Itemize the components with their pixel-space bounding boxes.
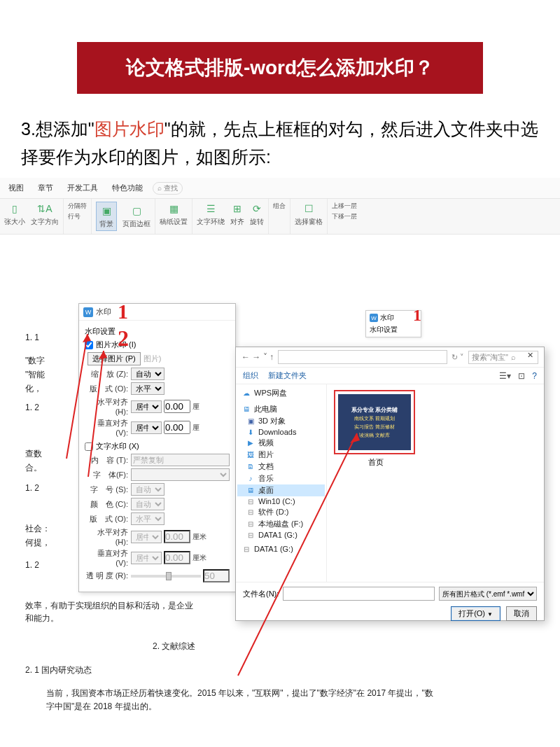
view-mode-icon[interactable]: ☰▾ bbox=[499, 371, 511, 381]
sidebar-item-desktop[interactable]: 🖥桌面 bbox=[237, 484, 325, 496]
preview-pane-icon[interactable]: ⊡ bbox=[518, 371, 525, 381]
background-button[interactable]: ▣背景 bbox=[96, 202, 117, 231]
tab-view[interactable]: 视图 bbox=[4, 181, 28, 195]
ribbon-search[interactable]: ⌕查找 bbox=[153, 182, 183, 195]
text-dir-icon: ⇅A bbox=[38, 202, 52, 216]
valign2-num bbox=[164, 551, 190, 564]
page-border-button[interactable]: ▢页面边框 bbox=[122, 204, 150, 229]
filename-input[interactable] bbox=[283, 587, 435, 601]
sidebar-item[interactable]: ⊟Win10 (C:) bbox=[237, 496, 325, 506]
help-icon[interactable]: ? bbox=[532, 371, 537, 381]
sidebar-bottom-drive[interactable]: ⊟DATA1 (G:) bbox=[237, 544, 325, 554]
bg-icon: ▣ bbox=[99, 204, 113, 218]
paper-settings-button[interactable]: ▦稿纸设置 bbox=[160, 202, 188, 227]
align-button[interactable]: ⊞对齐 bbox=[230, 202, 244, 227]
sidebar-item[interactable]: ⊟软件 (D:) bbox=[237, 506, 325, 518]
valign-num[interactable] bbox=[164, 421, 190, 434]
separator-button[interactable]: 分隔符 bbox=[68, 202, 87, 211]
breadcrumb-bar[interactable] bbox=[278, 350, 447, 364]
doc-line: "智能 bbox=[25, 369, 45, 381]
page-title-banner: 论文格式排版-word怎么添加水印？ bbox=[77, 42, 483, 94]
video-icon: ▶ bbox=[246, 439, 255, 447]
cancel-button[interactable]: 取消 bbox=[506, 606, 537, 621]
close-button[interactable]: ✕ bbox=[516, 347, 544, 363]
nav-arrows[interactable]: ← → ˅ ↑ bbox=[241, 352, 274, 362]
watermark-dialog: W 水印 水印设置 图片水印 (I) 选择图片 (P) 图片) 缩 放 (Z):… bbox=[78, 303, 236, 592]
sidebar-wps[interactable]: ☁WPS网盘 bbox=[237, 387, 325, 399]
send-backward-button[interactable]: 下移一层 bbox=[332, 212, 357, 221]
word-app-window: 视图 章节 开发工具 特色功能 ⌕查找 ▯张大小 ⇅A文字方向 分隔符 行号 ▣… bbox=[0, 178, 560, 747]
scale-select[interactable]: 自动 bbox=[131, 368, 164, 380]
tab-special[interactable]: 特色功能 bbox=[108, 181, 147, 195]
text-watermark-checkbox[interactable] bbox=[85, 442, 93, 451]
text-direction-button[interactable]: ⇅A文字方向 bbox=[31, 202, 59, 227]
ribbon-group-layer: 上移一层 下移一层 bbox=[328, 199, 361, 234]
doc-line: 1. 1 bbox=[25, 333, 39, 342]
select-picture-button[interactable]: 选择图片 (P) bbox=[88, 352, 141, 365]
sidebar-item[interactable]: ♪音乐 bbox=[237, 473, 325, 484]
layout-select[interactable]: 水平 bbox=[131, 382, 164, 395]
refresh-icon[interactable]: ↻ ˅ bbox=[451, 353, 464, 362]
sidebar-thispc[interactable]: 🖥此电脑 bbox=[237, 403, 325, 415]
line-number-button[interactable]: 行号 bbox=[68, 212, 87, 221]
annotation-marker-2: 2 bbox=[118, 326, 129, 351]
drive-icon: ⊟ bbox=[246, 497, 255, 505]
open-button[interactable]: 打开(O) ▼ bbox=[451, 606, 500, 621]
pc-icon: 🖥 bbox=[241, 405, 251, 414]
drive-icon: ⊟ bbox=[246, 531, 255, 539]
tab-dev[interactable]: 开发工具 bbox=[63, 181, 102, 195]
doc-line: "数字 bbox=[25, 355, 45, 367]
doc-heading: 2. 文献综述 bbox=[153, 641, 195, 652]
drive-icon: ⊟ bbox=[241, 545, 251, 553]
music-icon: ♪ bbox=[246, 475, 255, 483]
instruction-text: 3.想添加"图片水印"的就，先点上框框的对勾，然后进入文件夹中选择要作为水印的图… bbox=[21, 115, 539, 171]
combine-button[interactable]: 组合 bbox=[273, 202, 286, 211]
sidebar-item[interactable]: 🗎文档 bbox=[237, 461, 325, 473]
sidebar-item[interactable]: ⊟本地磁盘 (F:) bbox=[237, 518, 325, 530]
drive-icon: ⊟ bbox=[246, 508, 255, 517]
valign-select[interactable]: 居中 bbox=[131, 421, 162, 434]
sidebar-item[interactable]: ⊟DATA1 (G:) bbox=[237, 530, 325, 540]
rotate-icon: ⟳ bbox=[250, 202, 264, 216]
sidebar-item[interactable]: ▶视频 bbox=[237, 437, 325, 449]
halign-num[interactable] bbox=[164, 400, 190, 413]
pic-watermark-checkbox[interactable] bbox=[85, 341, 93, 349]
sidebar-item[interactable]: 🖼图片 bbox=[237, 449, 325, 461]
organize-menu[interactable]: 组织 bbox=[243, 370, 258, 381]
sidebar-item[interactable]: ⬇Downloads bbox=[237, 427, 325, 437]
page-icon: ▯ bbox=[8, 202, 22, 216]
page-size-button[interactable]: ▯张大小 bbox=[4, 202, 25, 227]
ribbon-group-bg: ▣背景 ▢页面边框 bbox=[92, 199, 155, 234]
ribbon-group-paper: ▦稿纸设置 bbox=[155, 199, 192, 234]
ribbon-group-size: ▯张大小 ⇅A文字方向 bbox=[0, 199, 64, 234]
filepicker-main[interactable]: 系分专业 系分类辅 南线文系 前期规划 实习报告 简历修材 读演稿 文献库 首页 bbox=[327, 384, 544, 582]
select-pane-icon: ☐ bbox=[302, 202, 316, 216]
new-folder-button[interactable]: 新建文件夹 bbox=[268, 370, 307, 381]
size-select: 自动 bbox=[131, 483, 164, 496]
filepicker-nav: ← → ˅ ↑ ↻ ˅ 搜索"淘宝"⌕ bbox=[236, 347, 544, 367]
halign-select[interactable]: 居中 bbox=[131, 400, 162, 413]
chevron-down-icon: ▼ bbox=[487, 611, 493, 617]
halign2-num bbox=[164, 530, 190, 543]
bring-forward-button[interactable]: 上移一层 bbox=[332, 202, 357, 211]
download-icon: ⬇ bbox=[246, 428, 255, 436]
tab-chapter[interactable]: 章节 bbox=[34, 181, 57, 195]
ribbon-group-select: ☐选择窗格 bbox=[290, 199, 328, 234]
watermark-section-label: 水印设置 bbox=[85, 326, 230, 337]
doc-line: 和能力。 bbox=[25, 613, 59, 624]
file-thumbnail-selected[interactable]: 系分专业 系分类辅 南线文系 前期规划 实习报告 简历修材 读演稿 文献库 首页 bbox=[334, 390, 418, 468]
text-watermark-label: 文字水印 (X) bbox=[96, 441, 139, 452]
cloud-icon: ☁ bbox=[241, 389, 251, 398]
grid-paper-icon: ▦ bbox=[167, 202, 181, 216]
ribbon-group-combine: 组合 bbox=[269, 199, 290, 234]
search-icon: ⌕ bbox=[511, 353, 516, 361]
text-wrap-button[interactable]: ☰文字环绕 bbox=[197, 202, 225, 227]
selection-pane-button[interactable]: ☐选择窗格 bbox=[295, 202, 323, 227]
sidebar-item[interactable]: ▣3D 对象 bbox=[237, 415, 325, 427]
drive-icon: ⊟ bbox=[246, 520, 255, 529]
picture-icon: 🖼 bbox=[246, 451, 255, 459]
file-filter-select[interactable]: 所有图片格式 (*.emf *.wmf *.jp bbox=[439, 587, 537, 601]
doc-line: 何提， bbox=[25, 537, 50, 549]
rotate-button[interactable]: ⟳旋转 bbox=[250, 202, 264, 227]
align-icon: ⊞ bbox=[230, 202, 244, 216]
